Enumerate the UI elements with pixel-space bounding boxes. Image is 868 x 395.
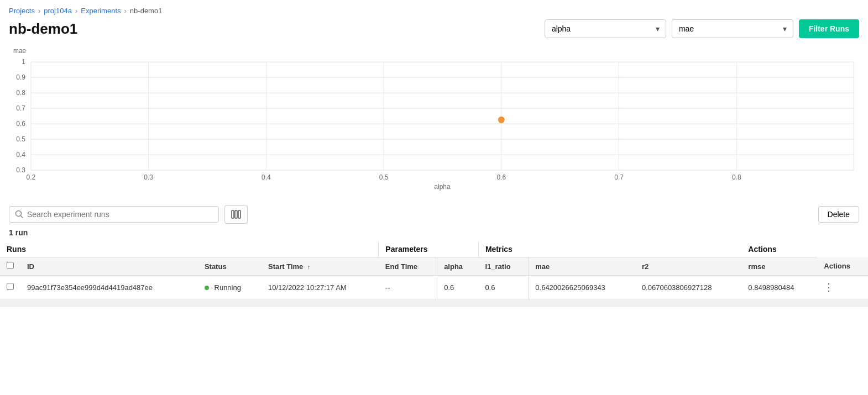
svg-text:0.8: 0.8 xyxy=(732,173,741,181)
svg-text:0.3: 0.3 xyxy=(16,166,25,174)
breadcrumb-project[interactable]: proj104a xyxy=(44,7,72,15)
col-end-time: End Time xyxy=(379,257,437,276)
col-l1ratio: l1_ratio xyxy=(478,257,528,276)
row-start-time: 10/12/2022 10:27:17 AM xyxy=(262,276,379,299)
row-alpha: 0.6 xyxy=(437,276,479,299)
row-rmse: 0.8498980484 xyxy=(741,276,817,299)
svg-text:0.5: 0.5 xyxy=(379,173,389,181)
group-metrics-header: Metrics xyxy=(478,241,741,257)
columns-button[interactable] xyxy=(224,205,248,224)
chart-svg: mae 1 0.9 0.8 0.7 0.6 0.5 0.4 0.3 xyxy=(9,45,859,199)
svg-text:0.4: 0.4 xyxy=(262,173,271,181)
row-end-time: -- xyxy=(379,276,437,299)
run-count-number: 1 xyxy=(9,228,13,237)
col-id: ID xyxy=(20,257,198,276)
col-rmse: rmse xyxy=(741,257,817,276)
breadcrumb: Projects › proj104a › Experiments › nb-d… xyxy=(0,0,868,17)
param-dropdown-wrapper: alphal1_ratio xyxy=(545,19,666,38)
breadcrumb-current: nb-demo1 xyxy=(130,7,163,15)
svg-text:0.7: 0.7 xyxy=(614,173,624,181)
chart-area: mae 1 0.9 0.8 0.7 0.6 0.5 0.4 0.3 xyxy=(0,43,868,199)
row-mae: 0.6420026625069343 xyxy=(529,276,635,299)
col-mae: mae xyxy=(529,257,635,276)
svg-line-32 xyxy=(21,216,23,218)
svg-text:0.7: 0.7 xyxy=(16,104,25,112)
runs-table: Runs Parameters Metrics Actions ID Statu… xyxy=(0,241,868,299)
toolbar-row: Delete xyxy=(0,199,868,226)
y-axis-label: mae xyxy=(13,46,26,54)
svg-text:0.2: 0.2 xyxy=(27,173,36,181)
row-actions[interactable]: ⋮ xyxy=(817,276,868,299)
metric-dropdown-wrapper: maer2rmse xyxy=(672,19,793,38)
svg-rect-35 xyxy=(238,210,240,218)
table-group-header-row: Runs Parameters Metrics Actions xyxy=(0,241,868,257)
status-dot xyxy=(205,286,209,290)
row-checkbox-cell xyxy=(0,276,20,299)
svg-text:1: 1 xyxy=(22,58,25,66)
svg-text:0.5: 0.5 xyxy=(16,135,25,143)
header-row: nb-demo1 alphal1_ratio maer2rmse Filter … xyxy=(0,17,868,43)
row-l1ratio: 0.6 xyxy=(478,276,528,299)
search-icon xyxy=(15,210,24,219)
run-count: 1 run xyxy=(0,226,868,241)
search-input[interactable] xyxy=(27,210,213,219)
svg-rect-34 xyxy=(235,210,237,218)
chart-container: mae 1 0.9 0.8 0.7 0.6 0.5 0.4 0.3 xyxy=(9,45,859,199)
filter-runs-button[interactable]: Filter Runs xyxy=(799,19,859,38)
svg-text:0.6: 0.6 xyxy=(16,120,25,128)
table-col-header-row: ID Status Start Time ↑ End Time alpha l1… xyxy=(0,257,868,276)
svg-rect-33 xyxy=(232,210,234,218)
page-title: nb-demo1 xyxy=(9,20,545,38)
select-all-checkbox[interactable] xyxy=(7,262,14,269)
row-r2: 0.0670603806927128 xyxy=(635,276,741,299)
horizontal-scrollbar[interactable] xyxy=(0,299,868,307)
x-axis-label: alpha xyxy=(434,183,451,191)
col-status: Status xyxy=(198,257,262,276)
group-runs-header: Runs xyxy=(0,241,379,257)
group-params-header: Parameters xyxy=(379,241,479,257)
search-wrapper xyxy=(9,206,219,223)
group-actions-header: Actions xyxy=(741,241,817,257)
status-label: Running xyxy=(215,283,241,292)
header-controls: alphal1_ratio maer2rmse Filter Runs xyxy=(545,19,859,38)
delete-button[interactable]: Delete xyxy=(818,206,859,223)
row-status: Running xyxy=(198,276,262,299)
svg-text:0.4: 0.4 xyxy=(16,151,25,159)
row-checkbox[interactable] xyxy=(7,283,14,290)
col-r2: r2 xyxy=(635,257,741,276)
columns-icon xyxy=(231,209,242,220)
col-checkbox xyxy=(0,257,20,276)
breadcrumb-projects[interactable]: Projects xyxy=(9,7,35,15)
col-actions: Actions xyxy=(817,257,868,276)
table-body: 99ac91f73e354ee999d4d4419ad487ee Running… xyxy=(0,276,868,299)
table-row: 99ac91f73e354ee999d4d4419ad487ee Running… xyxy=(0,276,868,299)
param-dropdown[interactable]: alphal1_ratio xyxy=(545,19,666,38)
metric-dropdown[interactable]: maer2rmse xyxy=(672,19,793,38)
row-id: 99ac91f73e354ee999d4d4419ad487ee xyxy=(20,276,198,299)
svg-text:0.3: 0.3 xyxy=(144,173,153,181)
data-point xyxy=(498,117,505,123)
col-alpha: alpha xyxy=(437,257,479,276)
breadcrumb-experiments[interactable]: Experiments xyxy=(81,7,121,15)
run-count-label: run xyxy=(15,228,28,237)
col-start-time[interactable]: Start Time ↑ xyxy=(262,257,379,276)
table-wrapper: Runs Parameters Metrics Actions ID Statu… xyxy=(0,241,868,299)
svg-text:0.8: 0.8 xyxy=(16,89,25,97)
svg-text:0.6: 0.6 xyxy=(497,173,506,181)
svg-text:0.9: 0.9 xyxy=(16,73,25,81)
